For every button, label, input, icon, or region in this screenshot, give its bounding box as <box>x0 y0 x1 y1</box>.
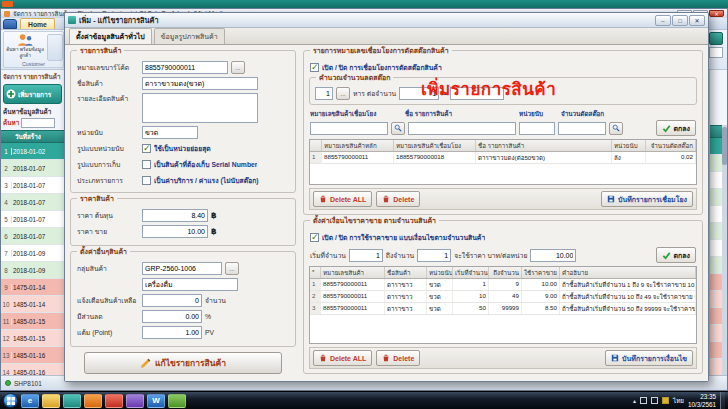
network-icon[interactable] <box>640 397 647 404</box>
search-label: ค้นหา <box>3 118 19 128</box>
filter-label: หน่วยนับ <box>519 109 558 119</box>
save-link-button[interactable]: บันทึกรายการเชื่อมโยง <box>601 191 693 207</box>
service-item-checkbox[interactable] <box>142 176 151 185</box>
close-button[interactable]: ✕ <box>709 10 724 17</box>
list-item[interactable]: 4 2018-01-07 <box>1 194 64 211</box>
table-row[interactable]: 1 8855790000011 18855790000018 ดาราขาวมด… <box>310 152 696 164</box>
link-delete-all-button[interactable]: Delete ALL <box>313 191 372 207</box>
product-group-browse-button[interactable]: ... <box>225 262 239 275</box>
ribbon-app-button[interactable] <box>3 19 17 29</box>
filter-unit-input[interactable] <box>519 122 555 135</box>
list-item[interactable]: 12 1485-01-15 <box>1 330 64 347</box>
scrollbar-thumb[interactable] <box>722 127 727 165</box>
list-item[interactable]: 5 2018-01-07 <box>1 211 64 228</box>
start-button[interactable] <box>3 393 18 408</box>
filter-name-input[interactable] <box>408 122 516 135</box>
ribbon-tab-home[interactable]: Home <box>20 18 55 29</box>
volume-icon[interactable] <box>651 397 658 404</box>
from-qty-input[interactable] <box>349 249 383 262</box>
dialog-close-button[interactable]: ✕ <box>689 15 705 26</box>
notification-icon[interactable] <box>662 397 669 404</box>
condition-enable-checkbox[interactable] <box>310 233 319 242</box>
filter-qty-input[interactable] <box>558 122 606 135</box>
to-qty-input[interactable] <box>417 249 451 262</box>
link-ok-button[interactable]: ตกลง <box>656 120 697 136</box>
product-group-input[interactable] <box>142 262 222 275</box>
taskbar-app-icon[interactable] <box>42 394 60 408</box>
calc-qty-input[interactable] <box>315 87 333 100</box>
cost-price-input[interactable] <box>142 209 208 222</box>
smallest-unit-checkbox[interactable] <box>142 144 151 153</box>
table-row[interactable]: 2 8855790000011 ดาราขาว ขวด 10 49 9.00 ถ… <box>310 291 696 303</box>
magnifier-icon <box>612 124 620 132</box>
barcode-browse-button[interactable]: ... <box>231 61 245 74</box>
low-stock-input[interactable] <box>142 294 202 307</box>
dialog-titlebar[interactable]: เพิ่ม - แก้ไขรายการสินค้า – □ ✕ <box>65 13 708 28</box>
taskbar-app-icon[interactable] <box>63 394 81 408</box>
list-item[interactable]: 13 1485-01-16 <box>1 347 64 364</box>
serial-number-checkbox[interactable] <box>142 160 151 169</box>
list-item[interactable]: 2 2018-01-07 <box>1 160 64 177</box>
filter-linked-code-input[interactable] <box>310 122 388 135</box>
list-header[interactable]: วันที่สร้าง <box>1 130 64 143</box>
service-item-caption: เป็นค่าบริการ / ค่าแรง (ไม่นับสต๊อก) <box>154 175 259 186</box>
barcode-input[interactable] <box>142 61 228 74</box>
list-item[interactable]: 11 1485-01-15 <box>1 313 64 330</box>
add-product-button[interactable]: เพิ่มรายการ <box>3 84 62 104</box>
list-item[interactable]: 9 1475-01-14 <box>1 279 64 296</box>
dialog-minimize-button[interactable]: – <box>655 15 671 26</box>
show-desktop-button[interactable] <box>720 392 725 409</box>
taskbar-app-icon[interactable]: e <box>21 394 39 408</box>
unit-label: หน่วยนับ <box>77 127 139 138</box>
taskbar-app-icon[interactable] <box>84 394 102 408</box>
taskbar-app-icon[interactable]: W <box>147 394 165 408</box>
search-button[interactable] <box>609 122 623 135</box>
product-group-name-input[interactable] <box>142 278 238 291</box>
list-item[interactable]: 14 1485-01-16 <box>1 364 64 375</box>
discount-input[interactable] <box>142 310 202 323</box>
vertical-scrollbar[interactable] <box>722 125 727 375</box>
taskbar-app-icon[interactable] <box>168 394 186 408</box>
list-item[interactable]: 3 2018-01-07 <box>1 177 64 194</box>
dialog-window-controls: – □ ✕ <box>655 15 705 26</box>
customer-search-button[interactable]: ค้นหา พร้อมข้อมูลลูกค้า <box>5 33 45 62</box>
calc-browse-button[interactable]: ... <box>336 87 350 100</box>
dialog-maximize-button[interactable]: □ <box>672 15 688 26</box>
product-name-input[interactable] <box>142 77 258 90</box>
taskbar-app-icon[interactable] <box>105 394 123 408</box>
ribbon-button-partial[interactable] <box>47 34 63 61</box>
search-code-button[interactable] <box>391 122 405 135</box>
point-input[interactable] <box>142 326 202 339</box>
language-indicator[interactable]: ไทย <box>673 396 684 406</box>
tray-expand-icon[interactable]: ▴ <box>633 397 636 404</box>
condition-ok-button[interactable]: ตกลง <box>656 247 697 263</box>
link-enable-checkbox[interactable] <box>310 63 319 72</box>
ribbon-fragment-button[interactable] <box>709 32 723 45</box>
link-delete-button[interactable]: Delete <box>376 191 420 207</box>
sale-price-input[interactable] <box>142 225 208 238</box>
condition-price-input[interactable] <box>530 249 576 262</box>
clock[interactable]: 23:35 10/3/2561 <box>688 393 716 408</box>
condition-delete-all-button[interactable]: Delete ALL <box>313 350 372 366</box>
product-detail-input[interactable] <box>142 93 258 123</box>
tab-product-images[interactable]: ข้อมูลรูปภาพสินค้า <box>154 28 225 44</box>
point-unit: PV <box>205 329 214 336</box>
search-input[interactable] <box>21 118 55 128</box>
tab-general-settings[interactable]: ตั้งค่าข้อมูลสินค้าทั่วไป <box>69 28 152 44</box>
list-item[interactable]: 10 1485-01-14 <box>1 296 64 313</box>
sale-price-label: ราคา ขาย <box>77 226 139 237</box>
ribbon-fragment-input[interactable] <box>709 47 723 58</box>
magnifier-icon <box>394 124 402 132</box>
list-item[interactable]: 8 2018-01-09 <box>1 262 64 279</box>
save-condition-button[interactable]: บันทึกรายการเงื่อนไข <box>605 350 693 366</box>
table-row[interactable]: 1 8855790000011 ดาราขาว ขวด 1 9 10.00 ถ้… <box>310 279 696 291</box>
list-item[interactable]: 7 2018-01-09 <box>1 245 64 262</box>
serial-number-caption: เป็นสินค้าที่ต้องเก็บ Serial Number <box>154 159 257 170</box>
table-row[interactable]: 3 8855790000011 ดาราขาว ขวด 50 99999 8.5… <box>310 303 696 315</box>
unit-input[interactable] <box>142 126 198 139</box>
taskbar-app-icon[interactable] <box>126 394 144 408</box>
list-item[interactable]: 6 2018-01-07 <box>1 228 64 245</box>
condition-delete-button[interactable]: Delete <box>376 350 420 366</box>
edit-product-button[interactable]: แก้ไขรายการสินค้า <box>84 352 282 374</box>
list-item[interactable]: 1 2018-01-02 <box>1 143 64 160</box>
